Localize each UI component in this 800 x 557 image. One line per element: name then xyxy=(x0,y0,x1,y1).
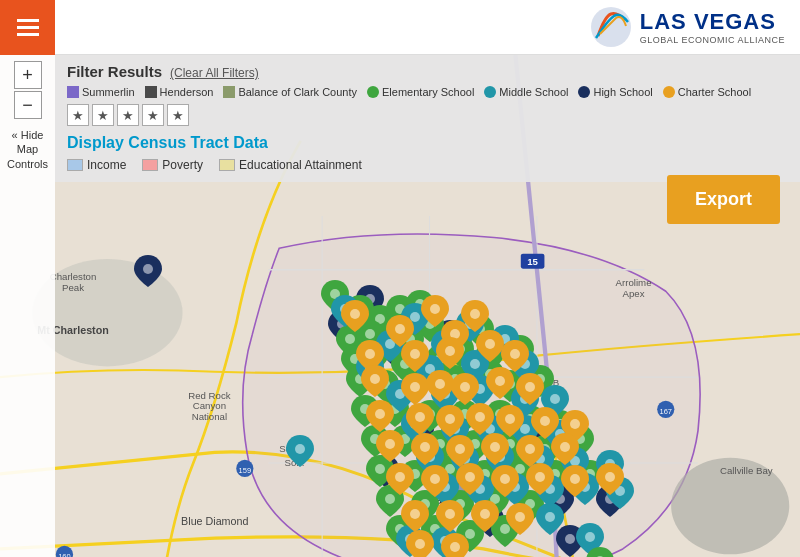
svg-point-61 xyxy=(455,344,465,354)
svg-point-121 xyxy=(425,452,435,462)
svg-point-92 xyxy=(385,494,395,504)
svg-point-136 xyxy=(440,536,450,546)
svg-point-10 xyxy=(657,401,674,418)
svg-point-82 xyxy=(505,439,515,449)
clear-filters-button[interactable]: (Clear All Filters) xyxy=(170,66,259,80)
svg-point-146 xyxy=(485,339,495,349)
svg-point-60 xyxy=(435,354,445,364)
svg-point-116 xyxy=(410,419,420,429)
henderson-label: Henderson xyxy=(160,86,214,98)
svg-point-177 xyxy=(515,512,525,522)
svg-point-88 xyxy=(480,469,490,479)
svg-point-125 xyxy=(570,456,580,466)
svg-point-83 xyxy=(540,444,550,454)
clark-county-color xyxy=(223,86,235,98)
zoom-in-button[interactable]: + xyxy=(14,61,42,89)
summerlin-label: Summerlin xyxy=(82,86,135,98)
svg-point-57 xyxy=(350,354,360,364)
clark-county-label: Balance of Clark County xyxy=(238,86,357,98)
svg-point-119 xyxy=(520,424,530,434)
high-color xyxy=(578,86,590,98)
svg-point-87 xyxy=(445,464,455,474)
svg-point-122 xyxy=(460,454,470,464)
svg-point-158 xyxy=(505,414,515,424)
elementary-label: Elementary School xyxy=(382,86,474,98)
svg-point-147 xyxy=(510,349,520,359)
svg-point-131 xyxy=(580,482,590,492)
svg-point-110 xyxy=(520,359,530,369)
svg-point-141 xyxy=(395,324,405,334)
svg-point-173 xyxy=(605,472,615,482)
star-1[interactable]: ★ xyxy=(67,104,89,126)
star-3[interactable]: ★ xyxy=(117,104,139,126)
svg-point-102 xyxy=(410,312,420,322)
svg-point-71 xyxy=(360,404,370,414)
filter-legend: Summerlin Henderson Balance of Clark Cou… xyxy=(67,86,788,98)
svg-point-145 xyxy=(445,346,455,356)
census-title: Display Census Tract Data xyxy=(67,134,788,152)
legend-summerlin: Summerlin xyxy=(67,86,135,98)
svg-text:National: National xyxy=(192,411,227,422)
svg-point-178 xyxy=(415,539,425,549)
svg-point-120 xyxy=(555,429,565,439)
svg-point-149 xyxy=(410,382,420,392)
svg-text:He...: He... xyxy=(600,493,625,507)
svg-point-48 xyxy=(375,314,385,324)
svg-point-41 xyxy=(455,484,465,494)
svg-point-58 xyxy=(370,349,380,359)
star-2[interactable]: ★ xyxy=(92,104,114,126)
svg-text:Red Rock: Red Rock xyxy=(188,390,231,401)
svg-point-101 xyxy=(340,304,350,314)
svg-point-93 xyxy=(420,499,430,509)
svg-point-107 xyxy=(365,362,375,372)
svg-point-36 xyxy=(445,329,455,339)
svg-point-35 xyxy=(337,319,347,329)
legend-elementary: Elementary School xyxy=(367,86,474,98)
svg-point-50 xyxy=(415,299,425,309)
menu-button[interactable] xyxy=(0,0,55,55)
income-swatch xyxy=(67,159,83,171)
henderson-color xyxy=(145,86,157,98)
svg-point-165 xyxy=(525,444,535,454)
zoom-out-button[interactable]: − xyxy=(14,91,42,119)
legend-clark-county: Balance of Clark County xyxy=(223,86,357,98)
svg-point-65 xyxy=(380,379,390,389)
svg-point-34 xyxy=(365,294,375,304)
hide-map-controls-button[interactable]: « Hide Map Controls xyxy=(7,128,48,171)
svg-point-157 xyxy=(475,412,485,422)
svg-point-79 xyxy=(400,434,410,444)
svg-text:159: 159 xyxy=(239,466,252,475)
svg-point-148 xyxy=(370,374,380,384)
export-button[interactable]: Export xyxy=(667,175,780,224)
svg-point-169 xyxy=(465,472,475,482)
svg-point-33 xyxy=(143,264,153,274)
svg-point-53 xyxy=(365,329,375,339)
svg-point-109 xyxy=(470,359,480,369)
star-5[interactable]: ★ xyxy=(167,104,189,126)
map-container[interactable]: 15 159 160 167 93 Charleston Peak Mt Cha… xyxy=(0,55,800,557)
star-4[interactable]: ★ xyxy=(142,104,164,126)
high-label: High School xyxy=(593,86,652,98)
svg-point-126 xyxy=(605,459,615,469)
svg-point-42 xyxy=(555,494,565,504)
legend-charter: Charter School xyxy=(663,86,751,98)
census-income: Income xyxy=(67,158,126,172)
svg-point-37 xyxy=(390,344,400,354)
svg-point-64 xyxy=(355,374,365,384)
logo: LAS VEGAS GLOBAL ECONOMIC ALLIANCE xyxy=(590,6,800,48)
svg-point-89 xyxy=(515,464,525,474)
svg-point-127 xyxy=(440,482,450,492)
svg-point-179 xyxy=(450,542,460,552)
svg-point-175 xyxy=(445,509,455,519)
svg-point-81 xyxy=(470,439,480,449)
svg-point-143 xyxy=(365,349,375,359)
svg-text:Blue Diamond: Blue Diamond xyxy=(181,515,248,527)
svg-rect-4 xyxy=(521,254,545,269)
svg-point-135 xyxy=(405,534,415,544)
svg-point-75 xyxy=(495,409,505,419)
svg-point-129 xyxy=(510,482,520,492)
svg-point-124 xyxy=(535,454,545,464)
svg-point-99 xyxy=(465,529,475,539)
svg-point-128 xyxy=(475,484,485,494)
svg-point-59 xyxy=(400,359,410,369)
